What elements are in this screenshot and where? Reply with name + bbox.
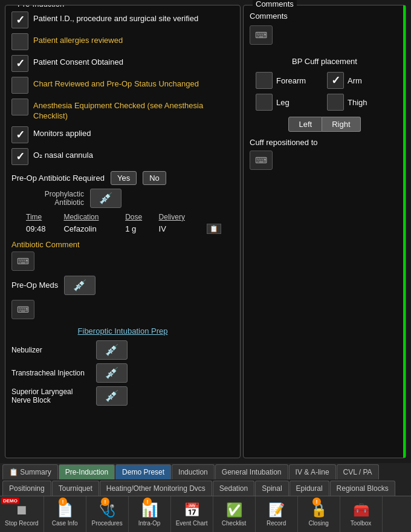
checkbox-item-0: ✓Patient I.D., procedure and surgical si…	[11, 11, 234, 28]
checkbox-4[interactable]	[11, 99, 28, 115]
prophylactic-label: Prophylactic Antibiotic	[24, 190, 84, 207]
tab-summary[interactable]: 📋 Summary	[2, 464, 58, 479]
checkbox-6[interactable]: ✓	[11, 148, 28, 165]
med-cell-dose: 1 g	[123, 222, 156, 235]
med-table-body: 09:48Cefazolin1 gIV📋	[24, 222, 234, 235]
tab-regional-blocks[interactable]: Regional Blocks	[330, 481, 395, 496]
toolbar-icon-record: 📝	[268, 502, 285, 518]
preopmeds-button[interactable]: 💉	[64, 276, 95, 295]
prophylactic-antibiotic-button[interactable]: 💉	[90, 189, 121, 208]
bp-checkbox-forearm[interactable]	[256, 72, 273, 89]
bp-option-leg: Leg	[256, 94, 322, 111]
med-row-0: 09:48Cefazolin1 gIV📋	[24, 222, 234, 235]
tab-positioning[interactable]: Positioning	[2, 481, 51, 496]
toolbar-item-stop-record[interactable]: DEMO⏹Stop Record	[0, 496, 44, 532]
preopantibiotic-label: Pre-Op Antibiotic Required	[11, 174, 105, 183]
tab-general-intubation[interactable]: General Intubation	[215, 464, 288, 479]
fiberoptic-button-1[interactable]: 💉	[96, 363, 128, 383]
preopantibiotic-row: Pre-Op Antibiotic Required Yes No	[11, 171, 234, 185]
fiberoptic-row-1: Transtracheal Injection💉	[11, 363, 234, 383]
bp-cuff-title: BP Cuff placement	[250, 57, 400, 66]
checkbox-0[interactable]: ✓	[11, 11, 28, 28]
toolbar-item-intra-op[interactable]: !📊Intra-Op	[129, 496, 171, 532]
antibiotic-comment-section: Antibiotic Comment ⌨	[11, 240, 234, 271]
tab-sedation[interactable]: Sedation	[213, 481, 254, 496]
warning-badge-closing: !	[312, 498, 321, 506]
checkbox-2[interactable]: ✓	[11, 55, 28, 72]
toolbar-item-event-chart[interactable]: 📅Event Chart	[171, 496, 213, 532]
preopmeds-label: Pre-Op Meds	[11, 281, 58, 290]
checkbox-1[interactable]	[11, 33, 28, 50]
tab-spinal[interactable]: Spinal	[255, 481, 288, 496]
toolbar-item-case-info[interactable]: !📄Case Info	[44, 496, 86, 532]
warning-badge-case-info: !	[59, 498, 67, 506]
bp-option-arm: ✓Arm	[327, 72, 393, 89]
med-cell-medication: Cefazolin	[61, 222, 123, 235]
tab-demo-preset[interactable]: Demo Preset	[115, 464, 171, 479]
no-button[interactable]: No	[143, 171, 166, 185]
left-panel-title: Pre-Induction	[15, 5, 67, 8]
bp-label-arm: Arm	[348, 76, 362, 85]
antibiotic-comment-keyboard[interactable]: ⌨	[11, 251, 34, 271]
bp-checkbox-thigh[interactable]	[327, 94, 344, 111]
bp-grid: Forearm✓ArmLegThigh	[256, 72, 393, 111]
left-button[interactable]: Left	[288, 117, 322, 132]
checkbox-3[interactable]	[11, 77, 28, 94]
bp-label-leg: Leg	[276, 98, 290, 107]
bp-option-thigh: Thigh	[327, 94, 393, 111]
tab-pre-induction[interactable]: Pre-Induction	[59, 464, 115, 479]
col-delivery: Delivery	[157, 212, 204, 222]
checkmark-6: ✓	[16, 150, 25, 163]
toolbar-item-procedures[interactable]: !🩺Procedures	[86, 496, 129, 532]
toolbar-label-stop-record: Stop Record	[5, 520, 39, 527]
checkbox-label-5: Monitors applied	[33, 126, 91, 139]
fiberoptic-button-0[interactable]: 💉	[96, 340, 128, 360]
right-button[interactable]: Right	[322, 117, 360, 132]
tab-heating-other[interactable]: Heating/Other Monitoring Dvcs	[100, 481, 212, 496]
right-panel: Comments Comments ⌨ BP Cuff placement Fo…	[243, 5, 406, 458]
toolbar-item-checklist[interactable]: ✅Checklist	[213, 496, 256, 532]
demo-badge-stop-record: DEMO	[1, 498, 19, 504]
checkmark-5: ✓	[16, 128, 25, 141]
tab-iv-a-line[interactable]: IV & A-line	[289, 464, 336, 479]
yes-button[interactable]: Yes	[111, 171, 137, 185]
content-area: Pre-Induction ✓Patient I.D., procedure a…	[0, 0, 411, 463]
checkbox-item-2: ✓Patient Consent Obtained	[11, 55, 234, 72]
toolbar-icon-toolbox: 🧰	[353, 502, 369, 518]
toolbar-icon-event-chart: 📅	[184, 502, 200, 518]
comments-keyboard[interactable]: ⌨	[250, 25, 273, 45]
tab-tourniquet[interactable]: Tourniquet	[52, 481, 99, 496]
bp-checkbox-arm[interactable]: ✓	[327, 72, 344, 89]
checkbox-5[interactable]: ✓	[11, 126, 28, 143]
fiberoptic-button-2[interactable]: 💉	[96, 386, 128, 406]
toolbar-label-intra-op: Intra-Op	[138, 520, 161, 527]
checkbox-label-1: Patient allergies reviewed	[33, 33, 123, 46]
fiberoptic-syringe-icon-1: 💉	[105, 366, 118, 380]
left-panel: Pre-Induction ✓Patient I.D., procedure a…	[5, 5, 241, 458]
preopmeds-keyboard[interactable]: ⌨	[11, 300, 34, 319]
tab-cvl-pa[interactable]: CVL / PA	[337, 464, 379, 479]
col-action	[204, 212, 234, 222]
checkbox-item-4: Anesthesia Equipment Checked (see Anesth…	[11, 99, 234, 122]
checkbox-label-4: Anesthesia Equipment Checked (see Anesth…	[33, 99, 234, 122]
toolbar-item-closing[interactable]: !🔒Closing	[298, 496, 340, 532]
toolbar-icon-stop-record: ⏹	[15, 502, 28, 518]
warning-badge-intra-op: !	[143, 498, 152, 506]
med-cell-time: 09:48	[24, 222, 61, 235]
checkbox-items-container: ✓Patient I.D., procedure and surgical si…	[11, 11, 234, 165]
bottom-toolbar: DEMO⏹Stop Record!📄Case Info!🩺Procedures!…	[0, 496, 411, 532]
checkbox-label-0: Patient I.D., procedure and surgical sit…	[33, 11, 198, 24]
med-action-button[interactable]: 📋	[207, 224, 221, 234]
bp-option-forearm: Forearm	[256, 72, 322, 89]
tab-epidural[interactable]: Epidural	[290, 481, 329, 496]
toolbar-item-record[interactable]: 📝Record	[256, 496, 298, 532]
toolbar-item-toolbox[interactable]: 🧰Toolbox	[340, 496, 383, 532]
medication-table: Time Medication Dose Delivery 09:48Cefaz…	[24, 212, 234, 235]
tab-induction[interactable]: Induction	[172, 464, 215, 479]
cuff-reposition-keyboard[interactable]: ⌨	[250, 151, 273, 170]
comments-section-label: Comments	[250, 11, 400, 21]
fiberoptic-label-2: Superior Laryngeal Nerve Block	[11, 388, 90, 404]
bp-checkbox-leg[interactable]	[256, 94, 273, 111]
green-indicator	[403, 5, 406, 458]
right-panel-title: Comments	[253, 0, 297, 8]
